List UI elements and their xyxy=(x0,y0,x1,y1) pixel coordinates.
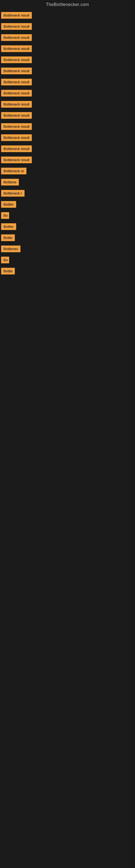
bottleneck-result-badge[interactable]: Bottleneck result xyxy=(1,12,32,19)
badge-row: Bottleneck result xyxy=(0,144,135,155)
badge-row: Bottle xyxy=(0,233,135,244)
badge-row: Bottleneck result xyxy=(0,88,135,99)
badge-row: Bottlene xyxy=(0,177,135,188)
badge-row: Bottler xyxy=(0,222,135,233)
bottleneck-result-badge[interactable]: Bo xyxy=(1,212,9,219)
bottleneck-result-badge[interactable]: Bottleneck re xyxy=(1,167,27,175)
badge-row: Bottleneck result xyxy=(0,55,135,66)
bottleneck-result-badge[interactable]: Bottlenec xyxy=(1,246,20,252)
badge-row: Bottleneck result xyxy=(0,122,135,133)
badge-row: Bottlenec xyxy=(0,244,135,255)
bottleneck-result-badge[interactable]: Bottleneck result xyxy=(1,156,32,163)
bottleneck-result-badge[interactable]: Bottleneck result xyxy=(1,123,32,130)
badge-row: Bottle xyxy=(0,266,135,277)
badge-row: Bottleneck result xyxy=(0,99,135,111)
badge-row: Bottler xyxy=(0,199,135,211)
badge-row: Bottleneck result xyxy=(0,77,135,88)
site-title: TheBottlenecker.com xyxy=(0,0,135,10)
bottleneck-result-badge[interactable]: Bottleneck result xyxy=(1,79,32,86)
bottleneck-result-badge[interactable]: Bottlene xyxy=(1,179,19,186)
bottleneck-result-badge[interactable]: Bottleneck result xyxy=(1,23,32,30)
bottleneck-result-badge[interactable]: Bottle xyxy=(1,268,15,275)
badge-row: Bottleneck result xyxy=(0,155,135,166)
badge-row: Bottleneck r xyxy=(0,188,135,199)
bottleneck-result-badge[interactable]: Bottler xyxy=(1,201,16,208)
bottleneck-result-badge[interactable]: Bottleneck result xyxy=(1,34,32,41)
bottleneck-result-badge[interactable]: Bottleneck result xyxy=(1,112,32,119)
bottleneck-result-badge[interactable]: Bottle xyxy=(1,235,15,241)
bottleneck-result-badge[interactable]: Bottleneck result xyxy=(1,67,32,74)
bottleneck-result-badge[interactable]: Bo xyxy=(1,257,9,264)
badge-row: Bottleneck result xyxy=(0,66,135,77)
badge-row: Bottleneck result xyxy=(0,33,135,44)
bottleneck-result-badge[interactable]: Bottleneck result xyxy=(1,101,32,108)
bottleneck-result-badge[interactable]: Bottleneck result xyxy=(1,56,32,63)
badge-row: Bottleneck result xyxy=(0,22,135,33)
bottleneck-result-badge[interactable]: Bottleneck result xyxy=(1,45,32,52)
bottleneck-result-badge[interactable]: Bottler xyxy=(1,223,16,230)
bottleneck-result-badge[interactable]: Bottleneck r xyxy=(1,190,25,197)
badge-row: Bo xyxy=(0,255,135,266)
badge-row: Bottleneck result xyxy=(0,44,135,55)
bottleneck-result-badge[interactable]: Bottleneck result xyxy=(1,90,32,97)
badge-row: Bo xyxy=(0,211,135,222)
badge-row: Bottleneck result xyxy=(0,10,135,22)
badge-row: Bottleneck re xyxy=(0,166,135,177)
badge-row: Bottleneck result xyxy=(0,133,135,144)
bottleneck-result-badge[interactable]: Bottleneck result xyxy=(1,145,32,152)
bottleneck-result-badge[interactable]: Bottleneck result xyxy=(1,134,32,141)
badge-row: Bottleneck result xyxy=(0,111,135,122)
